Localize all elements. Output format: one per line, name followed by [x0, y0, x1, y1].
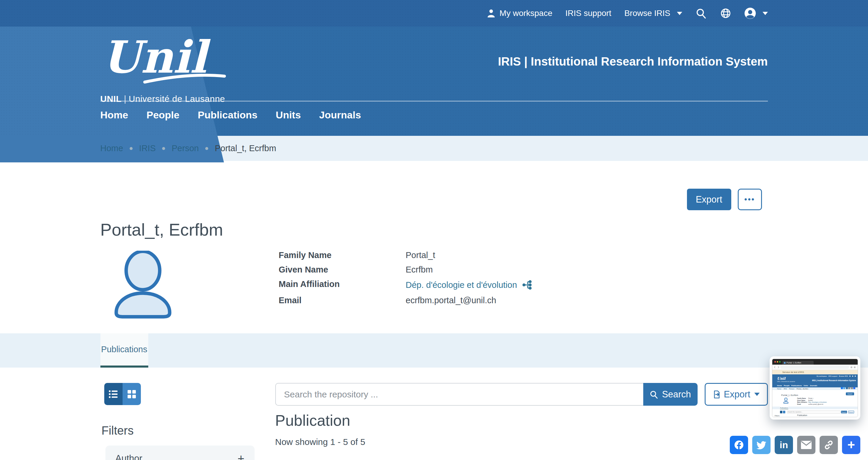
page-title: Portal_t, Ecrfbm	[100, 220, 768, 239]
share-buttons: in +	[730, 436, 860, 454]
preview-fields: Family NamePortal_t Given NameEcrfbm Mai…	[797, 398, 827, 405]
facebook-share-button[interactable]	[730, 436, 748, 454]
field-value-main-affiliation: Dép. d'écologie et d'évolution	[406, 280, 532, 290]
preview-titlebar: Portal_t, Ecrfbm	[772, 359, 858, 365]
grid-view-button[interactable]	[123, 383, 141, 405]
linkedin-icon: in	[780, 440, 788, 451]
search-button[interactable]: Search	[643, 383, 698, 406]
preview-share-icons	[841, 387, 856, 389]
profile-icon	[854, 366, 856, 368]
search-icon	[649, 390, 658, 399]
email-icon	[801, 440, 812, 449]
preview-person-name: Portal_t, Ecrfbm	[781, 394, 798, 396]
ellipsis-icon: •••	[744, 195, 755, 204]
plus-icon: +	[847, 438, 855, 452]
topbar-item-label: Browse IRIS	[624, 8, 671, 18]
language-button[interactable]	[720, 8, 731, 19]
user-circle-icon	[744, 7, 756, 19]
preview-page: My workspace IRIS support Browse IRIS Un…	[772, 374, 858, 417]
topbar-item-label: IRIS support	[565, 8, 611, 18]
topbar-item-label: My workspace	[499, 8, 552, 18]
field-value-email: ecrfbm.portal_t@unil.ch	[406, 296, 532, 305]
page-preview-thumbnail[interactable]: Portal_t, Ecrfbm Serveur de test d'IRIS …	[770, 356, 860, 420]
profile-fields: Family Name Portal_t Given Name Ecrfbm M…	[279, 251, 532, 320]
preview-toolbar	[772, 365, 858, 370]
topbar: My workspace IRIS support Browse IRIS	[0, 0, 868, 27]
person-avatar-icon	[109, 251, 177, 319]
link-icon	[823, 439, 834, 451]
filters-heading: Filters	[102, 424, 257, 437]
tab-label: Publications	[101, 344, 147, 354]
export-file-icon	[713, 390, 721, 399]
breadcrumb-home[interactable]: Home	[100, 143, 123, 153]
more-share-button[interactable]: +	[842, 436, 860, 454]
grid-icon	[127, 390, 136, 399]
bookmark-icon	[850, 366, 852, 368]
export-dropdown-label: Export	[724, 389, 750, 400]
nav-item-journals[interactable]: Journals	[319, 109, 361, 121]
org-hierarchy-icon	[522, 280, 532, 290]
globe-icon	[720, 8, 731, 19]
breadcrumb-separator	[130, 147, 133, 150]
search-button-label: Search	[662, 389, 691, 400]
list-view-button[interactable]	[104, 383, 123, 405]
preview-export-button: Export	[846, 392, 854, 395]
search-input[interactable]	[275, 383, 643, 406]
preview-search-row: Search the repository ... Search Export	[780, 411, 854, 413]
preview-logo: Unil	[777, 377, 785, 380]
preview-tabstrip: Publications	[772, 406, 858, 409]
breadcrumb-separator	[205, 147, 208, 150]
site-header: Unil UNIL|Université de Lausanne IRIS | …	[0, 27, 868, 136]
field-label: Family Name	[279, 251, 406, 260]
field-label: Email	[279, 296, 406, 305]
affiliation-link[interactable]: Dép. d'écologie et d'évolution	[406, 281, 517, 289]
preview-tab-title: Portal_t, Ecrfbm	[786, 362, 801, 364]
unil-logo[interactable]: Unil UNIL|Université de Lausanne	[100, 32, 242, 104]
unil-logo-name: UNIL	[100, 94, 122, 104]
chevron-down-icon	[754, 393, 760, 396]
more-options-button[interactable]: •••	[738, 189, 762, 210]
email-share-button[interactable]	[797, 436, 815, 454]
chevron-down-icon	[677, 12, 682, 15]
preview-site-title: IRIS | Institutional Research Informatio…	[812, 380, 856, 382]
unil-logo-pipe: |	[122, 94, 129, 104]
tab-strip: Publications	[0, 333, 868, 368]
preview-browser-window: Portal_t, Ecrfbm Serveur de test d'IRIS …	[772, 359, 858, 417]
breadcrumb-person[interactable]: Person	[172, 143, 199, 153]
results-heading: Publication	[275, 412, 768, 429]
facebook-icon	[733, 439, 745, 451]
nav-item-publications[interactable]: Publications	[197, 109, 257, 121]
filters-sidebar: Filters Author +	[100, 383, 257, 460]
preview-url-bar	[780, 365, 849, 369]
preview-filters: Filters	[775, 415, 779, 417]
tab-publications[interactable]: Publications	[100, 333, 148, 368]
nav-item-people[interactable]: People	[147, 109, 179, 121]
preview-browser-tab: Portal_t, Ecrfbm	[782, 361, 814, 365]
topbar-item-my-workspace[interactable]: My workspace	[487, 8, 552, 18]
profile-row: Family Name Portal_t Given Name Ecrfbm M…	[100, 251, 768, 333]
search-toggle-button[interactable]	[695, 7, 707, 19]
twitter-share-button[interactable]	[752, 436, 771, 454]
chevron-down-icon	[763, 12, 768, 15]
filter-author-toggle[interactable]: Author +	[105, 446, 255, 460]
preview-avatar	[783, 398, 789, 405]
export-dropdown-button[interactable]: Export	[705, 383, 768, 406]
results-column: Search Export Publication Now showing 1 …	[275, 383, 768, 447]
unil-logo-subtitle: UNIL|Université de Lausanne	[100, 94, 242, 104]
preview-topbar: My workspace IRIS support Browse IRIS	[816, 375, 856, 377]
profile-menu-button[interactable]	[744, 7, 768, 19]
nav-item-home[interactable]: Home	[100, 109, 128, 121]
breadcrumb-iris[interactable]: IRIS	[139, 143, 156, 153]
linkedin-share-button[interactable]: in	[775, 436, 793, 454]
site-title: IRIS | Institutional Research Informatio…	[498, 55, 768, 68]
export-button[interactable]: Export	[687, 189, 731, 210]
nav-item-units[interactable]: Units	[276, 109, 301, 121]
preview-test-server-banner: Serveur de test d'IRIS	[772, 370, 858, 374]
page: My workspace IRIS support Browse IRIS	[0, 0, 868, 460]
topbar-item-iris-support[interactable]: IRIS support	[565, 8, 611, 18]
favicon	[784, 362, 785, 364]
twitter-icon	[755, 439, 767, 451]
copy-link-share-button[interactable]	[819, 436, 838, 454]
topbar-item-browse-iris[interactable]: Browse IRIS	[624, 8, 682, 18]
main-navigation: Home People Publications Units Journals	[100, 109, 361, 121]
